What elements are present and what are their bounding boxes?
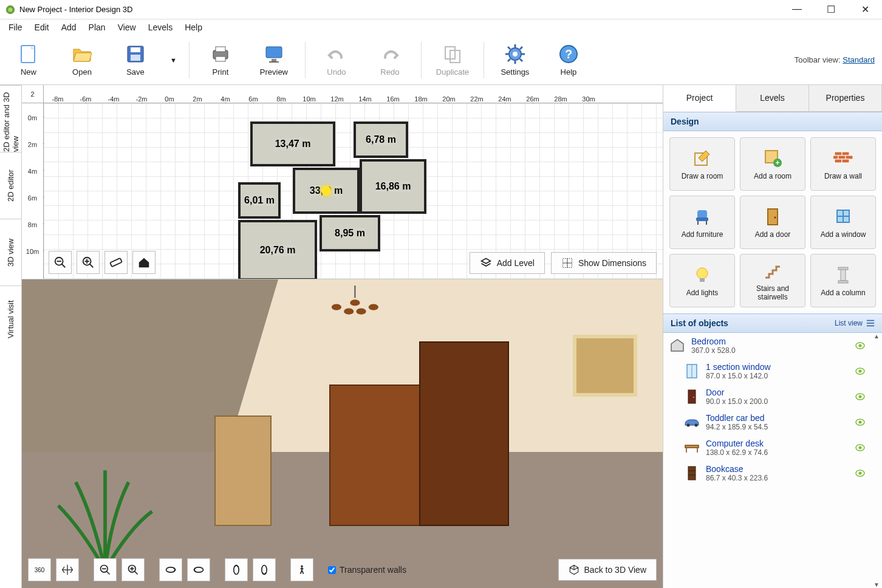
save-dropdown[interactable]: ▼ [168, 43, 179, 77]
object-name: Computer desk [706, 439, 849, 448]
toolbar-view-selector[interactable]: Toolbar view: Standard [795, 55, 875, 64]
add-door-button[interactable]: Add a door [740, 196, 805, 249]
visibility-toggle-icon[interactable] [855, 342, 865, 349]
object-row[interactable]: Bedroom 367.0 x 528.0 [663, 333, 871, 358]
zoom-out-3d-button[interactable] [94, 558, 117, 581]
tab-project[interactable]: Project [663, 85, 736, 112]
draw-wall-button[interactable]: Draw a wall [810, 137, 876, 191]
object-name: 1 section window [706, 362, 849, 372]
room-area[interactable]: 6,78 m [354, 121, 408, 158]
visibility-toggle-icon[interactable] [855, 368, 865, 375]
stairs-button[interactable]: Stairs and stairwells [740, 254, 805, 307]
walk-button[interactable] [290, 558, 313, 581]
room-area[interactable]: 8,95 m [320, 215, 380, 251]
ruler-tick: -2m [128, 95, 156, 103]
duplicate-button[interactable]: Duplicate [431, 43, 474, 77]
room-area[interactable]: 6,01 m [238, 182, 281, 219]
ruler-vertical: 0m2m4m6m8m10m [22, 103, 44, 279]
room-area[interactable]: 13,47 m [250, 121, 335, 166]
open-button[interactable]: Open [61, 43, 103, 77]
home-button[interactable] [132, 251, 156, 274]
chandelier [304, 285, 406, 323]
svg-rect-66 [697, 210, 707, 219]
object-row[interactable]: 1 section window 87.0 x 15.0 x 142.0 [663, 358, 871, 384]
view-3d[interactable]: 360 Transparent walls [22, 279, 663, 588]
transparent-walls-checkbox[interactable]: Transparent walls [328, 565, 406, 575]
add-column-button[interactable]: Add a column [810, 254, 876, 307]
measure-button[interactable] [104, 251, 128, 274]
object-row[interactable]: Toddler car bed 94.2 x 185.9 x 54.5 [663, 409, 871, 435]
help-icon: ? [558, 43, 579, 65]
scroll-down-arrow[interactable]: ▼ [871, 581, 882, 588]
folder-open-icon [71, 43, 93, 65]
svg-line-22 [520, 47, 522, 49]
zoom-out-button[interactable] [49, 251, 72, 274]
draw-room-button[interactable]: Draw a room [669, 137, 735, 191]
ruler-tick: 8m [22, 210, 43, 237]
menu-file[interactable]: File [4, 20, 27, 35]
svg-point-103 [859, 472, 862, 475]
orbit-right-button[interactable] [253, 558, 276, 581]
menu-help[interactable]: Help [180, 20, 207, 35]
zoom-in-button[interactable] [77, 251, 100, 274]
tab-2d-3d-combo[interactable]: 2D editor and 3D view [0, 85, 21, 152]
new-button[interactable]: New [7, 43, 50, 77]
preview-button[interactable]: Preview [253, 43, 295, 77]
menu-add[interactable]: Add [56, 20, 81, 35]
svg-rect-8 [216, 56, 225, 61]
tilt-forward-button[interactable] [159, 558, 182, 581]
tab-properties[interactable]: Properties [809, 85, 882, 111]
room-area[interactable]: 20,76 m [238, 220, 317, 279]
back-to-3d-button[interactable]: Back to 3D View [558, 559, 657, 581]
redo-button[interactable]: Redo [369, 43, 411, 77]
ruler-tick: 30m [575, 95, 603, 103]
tab-levels[interactable]: Levels [736, 85, 809, 111]
ruler-tick: 14m [351, 95, 379, 103]
visibility-toggle-icon[interactable] [855, 419, 865, 426]
svg-text:?: ? [565, 47, 572, 61]
undo-button[interactable]: Undo [315, 43, 358, 77]
list-view-toggle[interactable]: List view [835, 319, 875, 327]
object-row[interactable]: Bookcase 86.7 x 40.3 x 223.6 [663, 460, 871, 486]
menu-levels[interactable]: Levels [143, 20, 177, 35]
menu-view[interactable]: View [113, 20, 141, 35]
visibility-toggle-icon[interactable] [855, 470, 865, 477]
add-furniture-button[interactable]: Add furniture [669, 196, 735, 249]
ruler-tick: -8m [44, 95, 72, 103]
menu-plan[interactable]: Plan [84, 20, 111, 35]
zoom-in-3d-button[interactable] [121, 558, 145, 581]
add-lights-button[interactable]: Add lights [669, 254, 735, 307]
tab-3d-view[interactable]: 3D view [0, 219, 21, 285]
show-dimensions-button[interactable]: Show Dimensions [551, 252, 657, 274]
scrollbar[interactable]: ▲ ▼ [871, 333, 882, 588]
scroll-up-arrow[interactable]: ▲ [871, 333, 882, 340]
room-area[interactable]: 33,.9 m [293, 168, 360, 214]
save-button[interactable]: Save [114, 43, 157, 77]
add-level-button[interactable]: Add Level [470, 252, 545, 274]
maximize-button[interactable]: ☐ [822, 4, 839, 16]
print-button[interactable]: Print [199, 43, 242, 77]
settings-button[interactable]: Settings [494, 43, 536, 77]
tab-virtual-visit[interactable]: Virtual visit [0, 285, 21, 352]
svg-point-75 [697, 268, 708, 279]
visibility-toggle-icon[interactable] [855, 393, 865, 400]
ruler-tick: 16m [379, 95, 407, 103]
object-row[interactable]: Computer desk 138.0 x 62.9 x 74.6 [663, 435, 871, 460]
visibility-toggle-icon[interactable] [855, 444, 865, 451]
add-room-button[interactable]: + Add a room [740, 137, 805, 191]
minimize-button[interactable]: — [788, 4, 805, 16]
room-area[interactable]: 16,86 m [360, 159, 426, 214]
object-row[interactable]: Door 90.0 x 15.0 x 200.0 [663, 384, 871, 409]
tab-2d-editor[interactable]: 2D editor [0, 152, 21, 219]
menu-edit[interactable]: Edit [30, 20, 54, 35]
rotate-360-button[interactable]: 360 [28, 558, 51, 581]
help-button[interactable]: ? Help [547, 43, 590, 77]
svg-rect-63 [846, 156, 853, 159]
tilt-back-button[interactable] [187, 558, 210, 581]
list-icon [866, 319, 875, 327]
orbit-left-button[interactable] [225, 558, 248, 581]
close-button[interactable]: ✕ [856, 4, 873, 16]
floorplan[interactable]: 13,47 m 6,78 m 33,.9 m 16,86 m 6,01 m 20… [238, 121, 432, 279]
add-window-button[interactable]: Add a window [810, 196, 876, 249]
pan-button[interactable] [56, 558, 79, 581]
